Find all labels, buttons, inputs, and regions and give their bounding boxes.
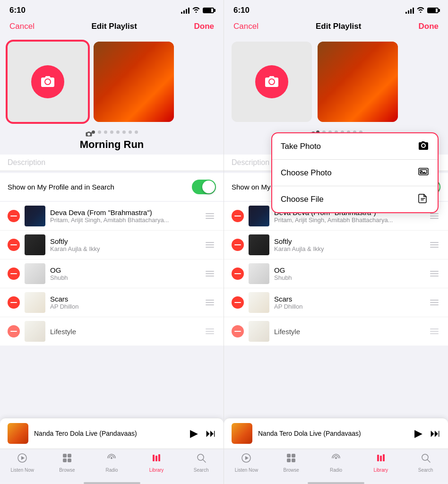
status-bar-right: 6:10 bbox=[224, 0, 448, 18]
play-button-left[interactable]: ▶ bbox=[190, 427, 198, 440]
song-artist-3-right: AP Dhillon bbox=[274, 303, 423, 310]
nav-bar-right: Cancel Edit Playlist Done bbox=[224, 18, 448, 37]
song-info-4-left: Lifestyle bbox=[50, 328, 199, 336]
remove-button-3-left[interactable] bbox=[8, 296, 20, 309]
song-item-1-right: Softly Karan Aujla & Ikky bbox=[224, 231, 448, 259]
drag-handle-2-left[interactable] bbox=[204, 269, 216, 278]
radio-icon-right bbox=[331, 453, 341, 466]
tab-browse-left[interactable]: Browse bbox=[53, 453, 81, 473]
song-title-1-right: Softly bbox=[274, 237, 423, 245]
drag-handle-3-left[interactable] bbox=[204, 298, 216, 307]
now-playing-title-right: Nanda Tero Dola Live (Pandavaas) bbox=[258, 430, 409, 437]
tab-radio-right[interactable]: Radio bbox=[322, 453, 350, 473]
tab-bar-left: Listen Now Browse Radio Library Search bbox=[0, 449, 224, 482]
tab-radio-left[interactable]: Radio bbox=[97, 453, 126, 473]
song-info-1-right: Softly Karan Aujla & Ikky bbox=[274, 237, 423, 252]
take-photo-item[interactable]: Take Photo bbox=[272, 133, 438, 160]
wifi-icon-right bbox=[417, 7, 424, 14]
cancel-button-left[interactable]: Cancel bbox=[9, 22, 34, 31]
song-info-2-left: OG Shubh bbox=[50, 266, 199, 281]
tab-label-search-right: Search bbox=[418, 467, 433, 473]
artwork-section-right bbox=[224, 37, 448, 127]
svg-rect-5 bbox=[68, 458, 71, 462]
tab-library-right[interactable]: Library bbox=[367, 453, 395, 473]
song-thumb-3-right bbox=[249, 292, 269, 313]
done-button-right[interactable]: Done bbox=[418, 22, 439, 31]
artwork-section-left bbox=[0, 37, 224, 127]
battery-icon-left bbox=[203, 8, 214, 13]
song-title-3-right: Scars bbox=[274, 295, 423, 303]
radio-icon-left bbox=[106, 453, 117, 466]
toggle-switch-left[interactable] bbox=[192, 180, 216, 194]
status-time-right: 6:10 bbox=[233, 6, 250, 15]
choose-file-item[interactable]: Choose File bbox=[272, 186, 438, 212]
song-artist-1-right: Karan Aujla & Ikky bbox=[274, 245, 423, 252]
svg-rect-8 bbox=[155, 456, 157, 461]
song-title-3-left: Scars bbox=[50, 295, 199, 303]
photo-menu: Take Photo Choose Photo Choose File bbox=[271, 132, 439, 213]
tab-listen-now-right[interactable]: Listen Now bbox=[232, 453, 260, 473]
svg-rect-20 bbox=[292, 454, 295, 458]
cancel-button-right[interactable]: Cancel bbox=[233, 22, 258, 31]
play-button-right[interactable]: ▶ bbox=[414, 427, 422, 440]
take-photo-label: Take Photo bbox=[281, 142, 321, 151]
song-title-2-left: OG bbox=[50, 266, 199, 274]
drag-handle-4-right[interactable] bbox=[428, 327, 440, 336]
tab-search-left[interactable]: Search bbox=[187, 453, 215, 473]
song-list-right: Deva Deva (From "Brahmastra") Pritam, Ar… bbox=[224, 202, 448, 346]
song-item-0-left: Deva Deva (From "Brahmastra") Pritam, Ar… bbox=[0, 202, 224, 231]
description-field-left[interactable]: Description bbox=[0, 155, 224, 171]
status-icons-left bbox=[181, 7, 214, 14]
playlist-artwork-left[interactable] bbox=[8, 42, 88, 122]
tab-label-listen-left: Listen Now bbox=[11, 467, 34, 473]
remove-button-4-right[interactable] bbox=[232, 325, 244, 337]
choose-photo-label: Choose Photo bbox=[281, 168, 332, 178]
drag-handle-1-left[interactable] bbox=[204, 240, 216, 250]
drag-handle-4-left[interactable] bbox=[204, 327, 216, 336]
remove-button-4-left[interactable] bbox=[8, 325, 20, 337]
song-info-0-left: Deva Deva (From "Brahmastra") Pritam, Ar… bbox=[50, 208, 199, 224]
tab-listen-now-left[interactable]: Listen Now bbox=[8, 453, 36, 473]
svg-rect-19 bbox=[287, 454, 291, 458]
choose-photo-item[interactable]: Choose Photo bbox=[272, 160, 438, 186]
song-thumb-2-right bbox=[249, 263, 269, 284]
song-item-3-left: Scars AP Dhillon bbox=[0, 288, 224, 317]
content-left: Morning Run Description Show on My Profi… bbox=[0, 37, 224, 418]
song-artist-0-left: Pritam, Arijit Singh, Amitabh Bhattachar… bbox=[50, 216, 199, 224]
content-right: Take Photo Choose Photo Choose File bbox=[224, 37, 448, 418]
forward-button-left[interactable]: ⏭ bbox=[206, 427, 216, 440]
remove-button-3-right[interactable] bbox=[232, 296, 244, 309]
remove-button-2-left[interactable] bbox=[8, 268, 20, 280]
song-item-1-left: Softly Karan Aujla & Ikky bbox=[0, 231, 224, 259]
svg-rect-21 bbox=[287, 458, 291, 462]
browse-icon-right bbox=[286, 453, 296, 466]
song-info-2-right: OG Shubh bbox=[274, 266, 423, 281]
drag-handle-2-right[interactable] bbox=[428, 269, 440, 278]
battery-icon-right bbox=[427, 8, 439, 13]
playlist-artwork-right[interactable] bbox=[232, 42, 312, 122]
song-thumb-4-left bbox=[25, 321, 45, 342]
forward-button-right[interactable]: ⏭ bbox=[430, 427, 440, 440]
browse-icon-left bbox=[62, 453, 72, 466]
svg-point-23 bbox=[335, 457, 337, 459]
tab-browse-right[interactable]: Browse bbox=[277, 453, 305, 473]
drag-handle-1-right[interactable] bbox=[428, 240, 440, 250]
drag-handle-3-right[interactable] bbox=[428, 298, 440, 307]
remove-button-0-left[interactable] bbox=[8, 210, 20, 222]
dot-3 bbox=[104, 130, 107, 134]
song-artist-2-left: Shubh bbox=[50, 274, 199, 281]
playlist-name-left[interactable]: Morning Run bbox=[0, 136, 224, 153]
tab-library-left[interactable]: Library bbox=[142, 453, 171, 473]
done-button-left[interactable]: Done bbox=[194, 22, 214, 31]
song-title-2-right: OG bbox=[274, 266, 423, 274]
remove-button-1-left[interactable] bbox=[8, 239, 20, 251]
tab-search-right[interactable]: Search bbox=[412, 453, 440, 473]
now-playing-thumb-left bbox=[8, 423, 28, 444]
remove-button-1-right[interactable] bbox=[232, 239, 244, 251]
drag-handle-0-left[interactable] bbox=[204, 211, 216, 221]
song-title-4-left: Lifestyle bbox=[50, 328, 199, 336]
remove-button-2-right[interactable] bbox=[232, 268, 244, 280]
signal-icon-left bbox=[181, 7, 190, 14]
remove-button-0-right[interactable] bbox=[232, 210, 244, 222]
dot-8 bbox=[135, 130, 138, 134]
